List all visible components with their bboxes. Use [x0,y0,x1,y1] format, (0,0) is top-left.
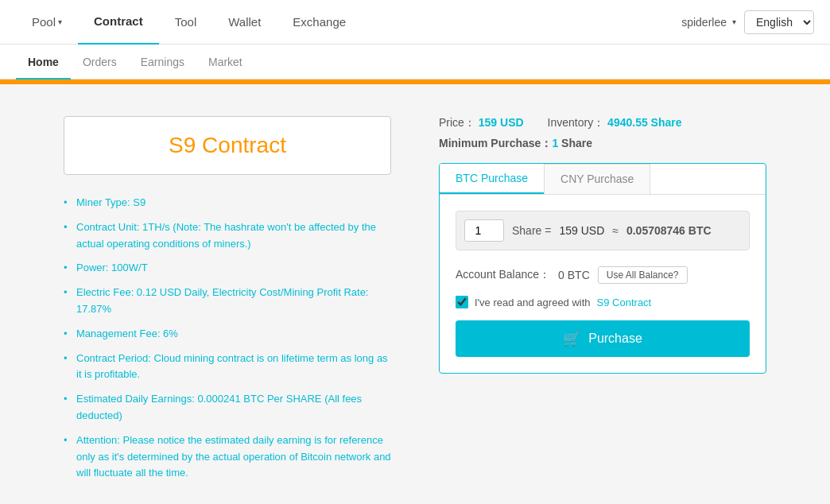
nav-item-wallet[interactable]: Wallet [212,0,277,45]
nav-item-pool[interactable]: Pool ▾ [16,0,78,45]
inventory-label: Inventory： [548,116,605,129]
agree-text: I've read and agreed with [475,297,591,308]
contract-detail-item: Miner Type: S9 [64,195,391,211]
balance-label: Account Balance： [456,268,550,282]
nav-item-exchange[interactable]: Exchange [277,0,362,45]
tab-cny-purchase[interactable]: CNY Purchase [544,164,650,194]
pool-chevron-icon: ▾ [58,17,62,26]
top-nav-left: Pool ▾ Contract Tool Wallet Exchange [16,0,681,45]
nav-item-tool[interactable]: Tool [159,0,213,45]
contract-detail-item: Power: 100W/T [64,260,391,277]
share-btc-value: 0.05708746 BTC [626,224,712,237]
purchase-button[interactable]: 🛒 Purchase [456,320,750,357]
contract-detail-item: Electric Fee: 0.12 USD Daily, Electricit… [64,285,391,318]
main-content: S9 Contract Miner Type: S9Contract Unit:… [0,84,830,504]
contract-detail-item: Estimated Daily Earnings: 0.000241 BTC P… [64,391,391,425]
price-section: Price： 159 USD [439,116,524,130]
inventory-value: 4940.55 Share [607,116,681,129]
user-name: spiderlee [681,16,727,29]
price-value: 159 USD [479,116,524,129]
price-row: Price： 159 USD Inventory： 4940.55 Share [439,116,766,130]
tab-btc-purchase[interactable]: BTC Purchase [440,164,544,194]
nav-label-tool: Tool [175,15,197,29]
purchase-tabs: BTC Purchase CNY Purchase [440,164,766,195]
purchase-card: BTC Purchase CNY Purchase Share = 159 US… [439,163,766,374]
inventory-section: Inventory： 4940.55 Share [548,116,682,130]
contract-title: S9 Contract [80,133,374,158]
cart-icon: 🛒 [563,330,580,347]
share-usd-value: 159 USD [559,224,604,237]
contract-title-box: S9 Contract [64,116,391,175]
price-label: Price： [439,116,475,129]
share-text: Share = [512,224,551,237]
balance-row: Account Balance： 0 BTC Use All Balance? [456,266,750,284]
contract-detail-item: Contract Unit: 1TH/s (Note: The hashrate… [64,219,391,253]
min-purchase-row: Minimum Purchase：1 Share [439,137,766,151]
purchase-body: Share = 159 USD ≈ 0.05708746 BTC Account… [440,195,766,373]
contract-detail-item: Contract Period: Cloud mining contract i… [64,351,391,384]
sub-nav-home[interactable]: Home [16,45,71,79]
sub-nav-earnings[interactable]: Earnings [129,45,196,79]
share-row: Share = 159 USD ≈ 0.05708746 BTC [456,211,750,250]
top-nav: Pool ▾ Contract Tool Wallet Exchange spi… [0,0,830,45]
top-nav-right: spiderlee ▾ English 中文 [681,10,814,34]
sub-nav-market[interactable]: Market [196,45,254,79]
left-panel: S9 Contract Miner Type: S9Contract Unit:… [64,116,391,490]
min-purchase-label: Minimum Purchase： [439,137,552,149]
min-purchase-value: 1 [552,137,558,149]
agree-link[interactable]: S9 Contract [597,297,652,308]
use-all-button[interactable]: Use All Balance? [598,266,688,284]
contract-detail-item: Management Fee: 6% [64,326,391,343]
nav-label-wallet: Wallet [228,15,261,29]
nav-label-exchange: Exchange [293,15,346,29]
sub-nav-orders[interactable]: Orders [71,45,129,79]
contract-detail-item: Attention: Please notice the estimated d… [64,432,391,482]
nav-label-pool: Pool [32,15,56,29]
nav-label-contract: Contract [94,14,143,28]
price-info: Price： 159 USD Inventory： 4940.55 Share … [439,116,766,151]
contract-details: Miner Type: S9Contract Unit: 1TH/s (Note… [64,195,391,482]
nav-item-contract[interactable]: Contract [78,0,159,45]
sub-nav: Home Orders Earnings Market [0,45,830,79]
right-panel: Price： 159 USD Inventory： 4940.55 Share … [439,116,766,490]
share-input[interactable] [464,219,504,242]
purchase-label: Purchase [588,331,642,346]
user-menu[interactable]: spiderlee ▾ [681,16,736,29]
agree-row: I've read and agreed with S9 Contract [456,296,750,308]
language-select[interactable]: English 中文 [744,10,814,34]
user-chevron-icon: ▾ [732,17,736,26]
agree-checkbox[interactable] [456,296,468,308]
share-approx: ≈ [612,224,619,237]
balance-value: 0 BTC [558,269,590,281]
